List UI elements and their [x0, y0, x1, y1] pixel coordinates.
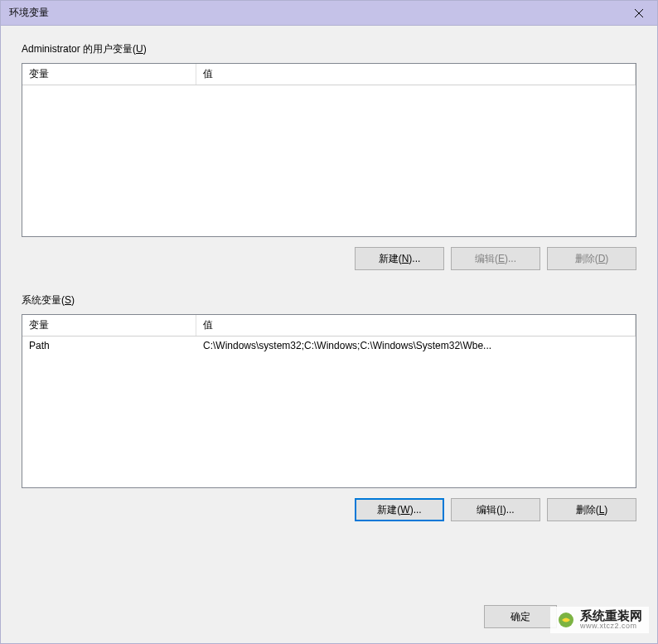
system-delete-button[interactable]: 删除(L) — [547, 498, 636, 521]
user-delete-button: 删除(D) — [547, 247, 636, 270]
user-vars-buttons: 新建(N)... 编辑(E)... 删除(D) — [22, 247, 636, 270]
user-vars-list[interactable]: 变量 值 — [22, 63, 636, 237]
row-variable: Path — [22, 338, 196, 353]
env-vars-dialog: 环境变量 Administrator 的用户变量(U) 变量 值 新建(N)..… — [0, 0, 658, 644]
system-header-variable[interactable]: 变量 — [22, 315, 196, 336]
table-row[interactable]: Path C:\Windows\system32;C:\Windows;C:\W… — [22, 337, 636, 355]
user-edit-button: 编辑(E)... — [451, 247, 540, 270]
system-edit-button[interactable]: 编辑(I)... — [451, 498, 540, 521]
system-vars-body: Path C:\Windows\system32;C:\Windows;C:\W… — [22, 337, 636, 355]
system-new-button[interactable]: 新建(W)... — [355, 498, 444, 521]
watermark-url: www.xtcz2.com — [580, 622, 642, 631]
system-vars-buttons: 新建(W)... 编辑(I)... 删除(L) — [22, 498, 636, 521]
system-vars-label: 系统变量(S) — [22, 293, 636, 307]
watermark-text: 系统重装网 — [580, 609, 642, 623]
row-value: C:\Windows\system32;C:\Windows;C:\Window… — [196, 338, 636, 353]
close-button[interactable] — [620, 1, 657, 26]
user-vars-header: 变量 值 — [22, 64, 636, 85]
watermark-icon — [557, 611, 575, 629]
system-vars-header: 变量 值 — [22, 315, 636, 337]
dialog-content: Administrator 的用户变量(U) 变量 值 新建(N)... 编辑(… — [1, 26, 657, 538]
window-title: 环境变量 — [9, 6, 49, 20]
system-header-value[interactable]: 值 — [196, 315, 636, 336]
user-new-button[interactable]: 新建(N)... — [355, 247, 444, 270]
titlebar: 环境变量 — [1, 1, 657, 26]
system-vars-list[interactable]: 变量 值 Path C:\Windows\system32;C:\Windows… — [22, 314, 636, 488]
ok-button[interactable]: 确定 — [484, 605, 557, 628]
user-header-value[interactable]: 值 — [196, 64, 636, 85]
user-vars-label: Administrator 的用户变量(U) — [22, 42, 636, 56]
user-header-variable[interactable]: 变量 — [22, 64, 196, 85]
close-icon — [635, 9, 643, 17]
watermark: 系统重装网 www.xtcz2.com — [550, 607, 649, 633]
